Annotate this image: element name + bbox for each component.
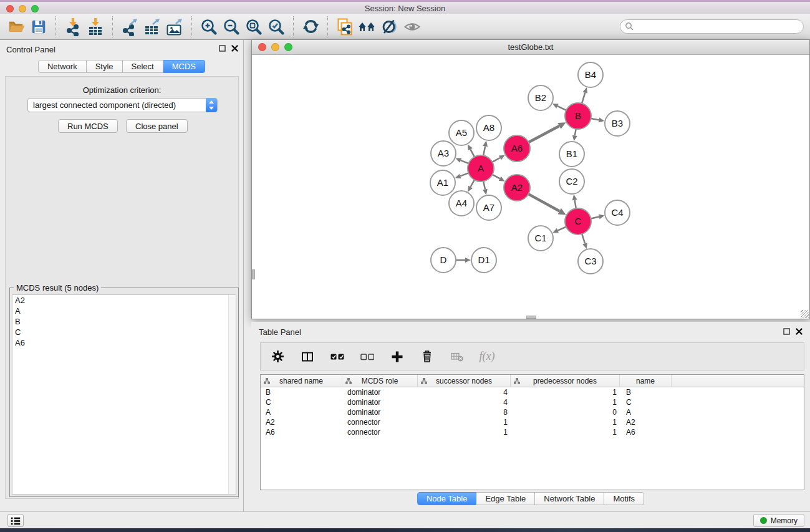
node-B2[interactable]: B2: [528, 85, 553, 110]
float-table-panel-icon[interactable]: [783, 328, 790, 335]
tab-network-table[interactable]: Network Table: [535, 492, 604, 505]
node-A1[interactable]: A1: [430, 170, 455, 195]
save-session-button[interactable]: [27, 16, 50, 38]
column-header-mcds-role[interactable]: MCDS role: [342, 375, 418, 387]
first-neighbors-button[interactable]: [356, 16, 378, 38]
close-table-panel-icon[interactable]: [796, 328, 803, 335]
criterion-dropdown[interactable]: largest connected component (directed): [27, 98, 218, 112]
export-image-button[interactable]: [163, 16, 186, 38]
node-A6[interactable]: A6: [504, 135, 530, 162]
memory-button[interactable]: Memory: [753, 514, 804, 527]
tab-network[interactable]: Network: [38, 60, 87, 73]
table-row[interactable]: A2connector11A2: [261, 417, 804, 427]
node-B1[interactable]: B1: [559, 142, 584, 167]
zoom-out-button[interactable]: [220, 16, 243, 38]
result-item[interactable]: A: [12, 306, 236, 316]
select-all-rows-button[interactable]: [329, 349, 345, 365]
edge-A-A4[interactable]: [471, 180, 475, 186]
tab-node-table[interactable]: Node Table: [417, 492, 477, 505]
node-C2[interactable]: C2: [559, 169, 584, 194]
table-row[interactable]: Cdominator41C: [261, 397, 804, 407]
network-canvas[interactable]: B4B2BB3A8A5A6A3B1AC2A1A2A4A7C4CC1DC3D1: [252, 55, 809, 319]
node-A[interactable]: A: [468, 155, 494, 181]
result-item[interactable]: C: [12, 327, 236, 337]
close-panel-button[interactable]: Close panel: [126, 119, 188, 133]
node-A4[interactable]: A4: [449, 191, 474, 216]
task-history-button[interactable]: [7, 514, 24, 527]
edge-C-C4[interactable]: [591, 217, 599, 219]
edge-A6-B[interactable]: [529, 126, 559, 142]
node-D[interactable]: D: [431, 248, 456, 273]
resize-grip[interactable]: [801, 310, 809, 318]
edge-B-B2[interactable]: [557, 106, 566, 110]
zoom-selected-button[interactable]: [265, 16, 287, 38]
column-header-predecessor-nodes[interactable]: predecessor nodes: [511, 375, 620, 387]
open-session-button[interactable]: [5, 16, 27, 38]
node-C3[interactable]: C3: [578, 249, 603, 274]
node-B3[interactable]: B3: [605, 111, 630, 136]
result-scrollbar[interactable]: [228, 295, 236, 494]
result-item[interactable]: A2: [12, 295, 236, 306]
edge-A-A8[interactable]: [483, 146, 485, 155]
hide-graphics-details-button[interactable]: [378, 16, 401, 38]
column-header-successor-nodes[interactable]: successor nodes: [418, 375, 511, 387]
tab-mcds[interactable]: MCDS: [163, 60, 205, 73]
edge-A-A3[interactable]: [461, 160, 469, 163]
zoom-in-button[interactable]: [198, 16, 220, 38]
edge-C-C1[interactable]: [557, 227, 566, 231]
delete-column-button[interactable]: [419, 349, 435, 365]
tab-motifs[interactable]: Motifs: [604, 492, 644, 505]
create-new-column-button[interactable]: [389, 349, 405, 365]
node-B4[interactable]: B4: [578, 62, 603, 87]
edge-B-B3[interactable]: [591, 118, 599, 120]
new-network-from-selection-button[interactable]: [334, 16, 356, 38]
delete-table-button[interactable]: [449, 349, 465, 365]
node-C[interactable]: C: [565, 208, 591, 235]
edge-C-C2[interactable]: [575, 200, 576, 209]
edge-C-C3[interactable]: [582, 234, 585, 243]
edge-A-A7[interactable]: [483, 181, 485, 190]
column-header-shared-name[interactable]: shared name: [261, 375, 342, 387]
edge-A-A1[interactable]: [460, 173, 468, 176]
node-C4[interactable]: C4: [605, 200, 630, 225]
node-A5[interactable]: A5: [449, 120, 474, 145]
edge-A-A6[interactable]: [492, 158, 499, 162]
node-A7[interactable]: A7: [476, 195, 501, 220]
table-row[interactable]: A6connector11A6: [261, 427, 804, 437]
table-settings-button[interactable]: [269, 349, 286, 365]
node-A3[interactable]: A3: [431, 141, 456, 166]
column-header-name[interactable]: name: [620, 375, 672, 387]
export-network-button[interactable]: [118, 16, 141, 38]
float-panel-icon[interactable]: [219, 45, 226, 52]
node-B[interactable]: B: [565, 103, 591, 129]
edge-B-B4[interactable]: [582, 93, 585, 104]
tab-edge-table[interactable]: Edge Table: [476, 492, 535, 505]
function-builder-button[interactable]: f(x): [479, 349, 495, 365]
node-C1[interactable]: C1: [528, 226, 553, 251]
import-table-button[interactable]: [84, 16, 107, 38]
vertical-scrollbar-thumb[interactable]: [252, 269, 255, 279]
node-D1[interactable]: D1: [471, 248, 496, 273]
node-A2[interactable]: A2: [504, 175, 530, 201]
edge-A-A5[interactable]: [470, 149, 475, 157]
result-item[interactable]: B: [12, 316, 236, 327]
result-item[interactable]: A6: [12, 337, 236, 348]
table-row[interactable]: Bdominator41B: [261, 387, 804, 397]
zoom-fit-button[interactable]: [243, 16, 265, 38]
horizontal-scrollbar-thumb[interactable]: [526, 316, 536, 319]
mcds-result-list[interactable]: A2ABCA6: [12, 294, 236, 495]
tab-style[interactable]: Style: [87, 60, 123, 73]
run-mcds-button[interactable]: Run MCDS: [58, 119, 118, 133]
refresh-view-button[interactable]: [299, 16, 322, 38]
export-table-button[interactable]: [141, 16, 163, 38]
import-network-button[interactable]: [62, 16, 84, 38]
deselect-all-rows-button[interactable]: [359, 349, 375, 365]
close-panel-icon[interactable]: [231, 45, 238, 52]
table-row[interactable]: Adominator80A: [261, 407, 804, 417]
toggle-column-view-button[interactable]: [299, 349, 316, 365]
tab-select[interactable]: Select: [123, 60, 163, 73]
edge-B-B1[interactable]: [575, 129, 576, 136]
node-A8[interactable]: A8: [476, 115, 501, 140]
show-graphics-details-button[interactable]: [401, 16, 423, 38]
edge-A-A2[interactable]: [493, 175, 500, 178]
